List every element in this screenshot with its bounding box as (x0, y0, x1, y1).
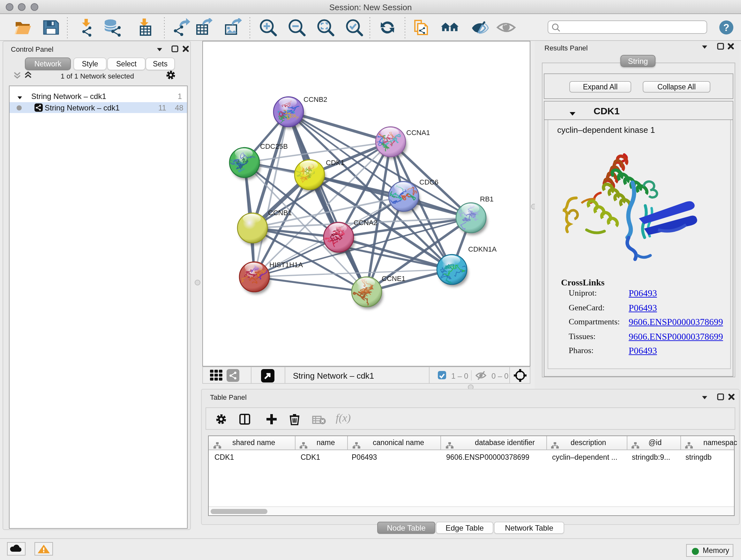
svg-text:CDKN1A: CDKN1A (468, 245, 497, 253)
svg-text:CDC25B: CDC25B (260, 142, 288, 150)
svg-text:?: ? (724, 22, 730, 33)
svg-text:CCNA1: CCNA1 (406, 129, 430, 137)
svg-text:CDC6: CDC6 (419, 178, 439, 186)
svg-text:CDK1: CDK1 (326, 159, 345, 167)
svg-text:HIST1H1A: HIST1H1A (269, 261, 303, 269)
svg-text:CCNA2: CCNA2 (354, 219, 378, 227)
svg-text:CCNB1: CCNB1 (268, 209, 292, 217)
svg-text:CCNB2: CCNB2 (304, 96, 327, 104)
svg-text:CCNE1: CCNE1 (382, 274, 406, 283)
svg-text:RB1: RB1 (480, 195, 494, 203)
